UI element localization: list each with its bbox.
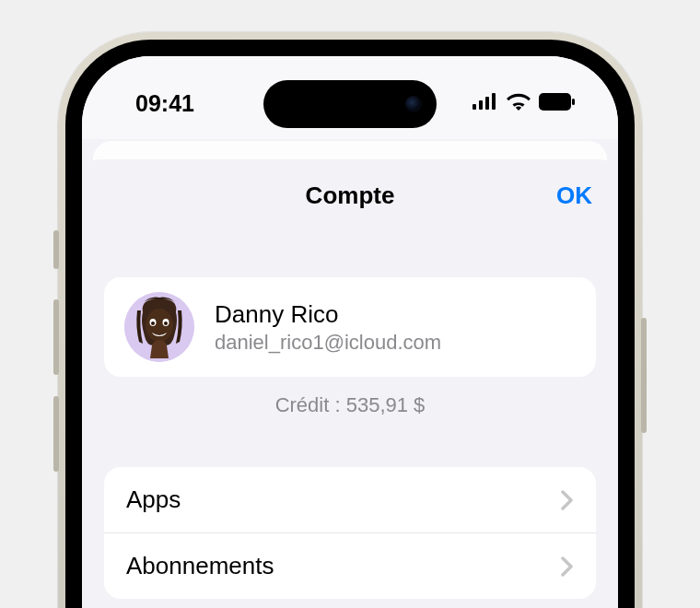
menu-item-label: Abonnements — [126, 552, 274, 580]
chevron-right-icon — [561, 556, 574, 577]
menu-item-apps[interactable]: Apps — [104, 467, 596, 533]
svg-rect-3 — [492, 93, 496, 110]
power-button — [641, 318, 647, 433]
svg-point-11 — [164, 322, 168, 325]
volume-down-button — [53, 396, 59, 472]
account-sheet: Compte OK — [82, 159, 618, 608]
side-button — [53, 230, 59, 269]
wifi-icon — [507, 93, 531, 114]
status-time: 09:41 — [135, 79, 194, 117]
done-button[interactable]: OK — [556, 181, 592, 210]
menu-list: Apps Abonnements — [104, 467, 596, 599]
chevron-right-icon — [561, 490, 574, 510]
volume-up-button — [53, 299, 59, 375]
svg-rect-5 — [572, 99, 575, 105]
svg-rect-2 — [485, 97, 489, 110]
page-title: Compte — [306, 181, 395, 210]
sheet-header: Compte OK — [82, 159, 618, 231]
svg-point-7 — [146, 309, 173, 342]
svg-point-10 — [151, 322, 155, 325]
account-row[interactable]: Danny Rico daniel_rico1@icloud.com — [104, 277, 596, 377]
dynamic-island — [263, 80, 437, 128]
cellular-icon — [472, 93, 498, 113]
menu-item-subscriptions[interactable]: Abonnements — [104, 533, 596, 599]
avatar — [124, 292, 194, 362]
phone-frame: 09:41 Compte OK — [58, 32, 642, 608]
battery-icon — [539, 93, 576, 114]
screen: 09:41 Compte OK — [82, 56, 618, 608]
account-name: Danny Rico — [215, 300, 441, 329]
account-email: daniel_rico1@icloud.com — [215, 331, 441, 355]
svg-rect-1 — [479, 100, 483, 110]
front-camera — [405, 96, 422, 112]
svg-rect-0 — [472, 104, 476, 110]
svg-rect-4 — [539, 93, 571, 111]
status-icons — [472, 82, 576, 114]
phone-bezel: 09:41 Compte OK — [65, 40, 635, 608]
credit-label: Crédit : 535,91 $ — [82, 393, 618, 417]
menu-item-label: Apps — [126, 485, 181, 514]
